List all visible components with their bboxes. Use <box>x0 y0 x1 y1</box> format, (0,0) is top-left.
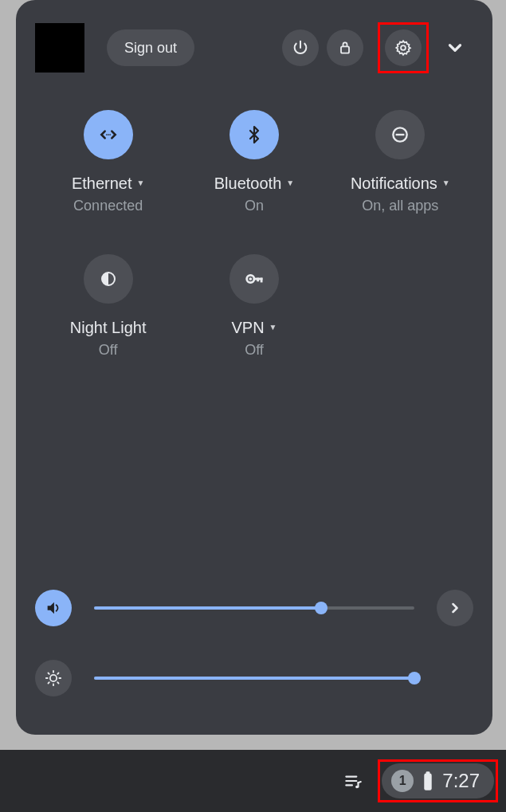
svg-point-1 <box>401 45 406 50</box>
volume-row <box>35 590 473 626</box>
toggle-notifications[interactable]: Notifications▼On, all apps <box>332 110 468 214</box>
toggle-status: Off <box>99 342 118 359</box>
user-avatar[interactable] <box>35 23 84 73</box>
toggle-label: VPN▼ <box>231 318 277 337</box>
music-queue-icon <box>343 771 363 791</box>
toggle-bluetooth[interactable]: Bluetooth▼On <box>186 110 322 214</box>
shelf: 1 7:27 <box>0 750 506 812</box>
brightness-slider[interactable] <box>94 669 414 688</box>
feature-toggles: Ethernet▼ConnectedBluetooth▼OnNotificati… <box>35 110 473 359</box>
toggle-status: Off <box>245 342 264 359</box>
caret-down-icon: ▼ <box>137 178 145 188</box>
toggle-label: Notifications▼ <box>351 174 450 193</box>
brightness-button[interactable] <box>35 660 72 696</box>
volume-icon <box>45 599 62 617</box>
toggle-label: Ethernet▼ <box>72 174 145 193</box>
toggle-status: On, all apps <box>362 198 438 214</box>
toggle-label: Bluetooth▼ <box>214 174 294 193</box>
svg-point-3 <box>108 134 109 135</box>
toggle-night-light[interactable]: Night LightOff <box>41 254 176 359</box>
power-button[interactable] <box>282 29 319 66</box>
svg-rect-12 <box>257 278 259 282</box>
night-light-icon <box>84 254 133 304</box>
svg-rect-15 <box>425 774 432 790</box>
svg-point-2 <box>106 134 108 135</box>
ethernet-icon <box>84 110 133 159</box>
caret-down-icon: ▼ <box>442 178 450 188</box>
svg-point-4 <box>109 134 111 135</box>
toggle-status: On <box>245 198 264 214</box>
sliders-section <box>35 590 473 696</box>
toggle-vpn[interactable]: VPN▼Off <box>186 254 322 359</box>
svg-rect-0 <box>341 46 349 53</box>
sign-out-button[interactable]: Sign out <box>107 29 194 66</box>
status-area[interactable]: 1 7:27 <box>382 763 494 798</box>
svg-rect-11 <box>261 278 263 283</box>
power-icon <box>292 39 309 57</box>
bluetooth-icon <box>229 110 279 159</box>
clock-text: 7:27 <box>442 770 480 792</box>
collapse-button[interactable] <box>437 29 473 66</box>
highlight-settings <box>378 22 429 73</box>
toggle-label: Night Light <box>70 318 147 337</box>
gear-icon <box>394 39 412 57</box>
svg-rect-16 <box>426 771 430 775</box>
quick-settings-panel: Sign out <box>16 0 492 735</box>
settings-button[interactable] <box>385 29 422 66</box>
svg-point-13 <box>50 675 57 681</box>
toggle-ethernet[interactable]: Ethernet▼Connected <box>41 110 176 214</box>
svg-point-14 <box>355 786 358 788</box>
audio-settings-expand-button[interactable] <box>437 590 473 626</box>
svg-point-9 <box>249 277 252 280</box>
battery-icon <box>422 771 434 791</box>
caret-down-icon: ▼ <box>286 178 294 188</box>
caret-down-icon: ▼ <box>269 323 277 332</box>
volume-slider[interactable] <box>94 598 414 618</box>
volume-button[interactable] <box>35 590 72 626</box>
notification-count-badge: 1 <box>391 770 414 792</box>
lock-button[interactable] <box>327 29 363 66</box>
chevron-right-icon <box>447 600 463 616</box>
brightness-icon <box>45 669 62 687</box>
quick-settings-header: Sign out <box>35 22 473 73</box>
chevron-down-icon <box>445 37 465 58</box>
highlight-status-area: 1 7:27 <box>378 759 498 802</box>
lock-icon <box>337 40 353 56</box>
vpn-icon <box>229 254 279 304</box>
brightness-row <box>35 660 473 696</box>
media-controls-button[interactable] <box>335 763 371 799</box>
toggle-status: Connected <box>73 198 143 214</box>
dnd-icon <box>375 110 425 159</box>
